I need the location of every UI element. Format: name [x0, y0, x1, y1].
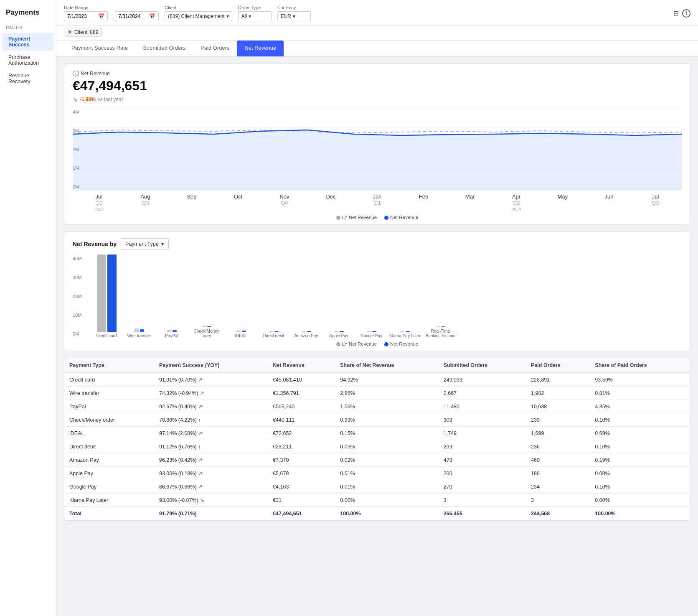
- cell-share: 0.93%: [335, 413, 439, 427]
- order-type-select[interactable]: All ▾: [238, 11, 272, 21]
- metric-info-icon: i: [73, 71, 79, 76]
- bar-group-credit-card: Credit card: [92, 255, 121, 338]
- cell-success: 91.91% (0.70%) ↗: [154, 373, 268, 387]
- bar-current-check: [207, 326, 211, 327]
- currency-group: Currency EUR ▾: [277, 5, 311, 21]
- line-chart-wrapper: 4M 3M 2M 1M 0M: [73, 107, 682, 192]
- total-submitted: 266,455: [439, 507, 526, 520]
- th-share-net-revenue: Share of Net Revenue: [335, 358, 439, 373]
- total-share-paid: 100.00%: [590, 507, 690, 520]
- bar-ly-ideal: [236, 331, 241, 332]
- bar-legend-dot-current: [384, 342, 388, 346]
- legend-current: Net Revenue: [384, 215, 418, 220]
- cell-type: Credit card: [64, 373, 154, 387]
- client-label: Client: [165, 5, 232, 10]
- calendar-icon-2: 📅: [149, 13, 155, 19]
- trend-icon: ↘: [73, 96, 78, 103]
- th-share-paid-orders: Share of Paid Orders: [590, 358, 690, 373]
- currency-label: Currency: [277, 5, 311, 10]
- line-chart-svg: [73, 107, 682, 191]
- bar-label-amazon-pay: Amazon Pay: [294, 333, 318, 338]
- payment-table: Payment Type Payment Success (YOY) Net R…: [64, 358, 690, 520]
- x-label-jan: JanQ1: [367, 193, 388, 212]
- trend-arrow: ↗: [198, 403, 203, 410]
- payment-type-dropdown[interactable]: Payment Type ▾: [121, 238, 169, 249]
- bar-chart-legend: LY Net Revenue Net Revenue: [73, 341, 682, 346]
- info-circle-icon[interactable]: i: [682, 9, 690, 18]
- cell-paid: 3: [526, 494, 590, 507]
- total-type: Total: [64, 507, 154, 520]
- cell-paid: 186: [526, 467, 590, 480]
- bar-ly-apple-pay: [334, 331, 338, 332]
- bar-ly-check: [202, 326, 206, 327]
- cell-success: 78.88% (4.22%) ↑: [154, 413, 268, 427]
- cell-submitted: 259: [439, 440, 526, 453]
- cell-revenue: €440,111: [268, 413, 335, 427]
- filters-bar: Date Range 📅 – 📅 Client (889) Client Man…: [56, 0, 698, 26]
- x-label-aug: AugQ3: [135, 193, 156, 212]
- cell-revenue: €72,652: [268, 427, 335, 440]
- date-from-field[interactable]: [67, 13, 96, 19]
- calendar-icon: 📅: [98, 13, 104, 19]
- x-label-jun: Jun: [599, 193, 619, 212]
- client-select[interactable]: (889) Client Management ▾: [165, 11, 232, 21]
- sidebar-item-payment-success[interactable]: Payment Success: [3, 33, 53, 51]
- bar-label-check: Check/Money order: [190, 329, 223, 338]
- bar-chart-container: 40M 30M 20M 10M 0M Credit c: [73, 255, 682, 338]
- date-range-label: Date Range: [64, 5, 159, 10]
- cell-submitted: 1,749: [439, 427, 526, 440]
- x-label-jul: JulQ32023: [89, 193, 109, 212]
- chart-y-labels: 4M 3M 2M 1M 0M: [73, 107, 89, 192]
- cell-paid: 10,638: [526, 400, 590, 413]
- table-row: Check/Money order 78.88% (4.22%) ↑ €440,…: [64, 413, 690, 427]
- tab-paid-orders[interactable]: Paid Orders: [193, 41, 237, 56]
- date-to-field[interactable]: [118, 13, 147, 19]
- page-content: i Net Revenue €47,494,651 ↘ -1.90% vs la…: [56, 57, 698, 527]
- cell-share: 0.15%: [335, 427, 439, 440]
- bar-ly-google-pay: [367, 331, 371, 332]
- bar-label-apple-pay: Apple Pay: [329, 333, 348, 338]
- bar-ly-klarna: [400, 331, 404, 332]
- trend-arrow: ↑: [198, 417, 201, 423]
- sidebar-item-purchase-authorization[interactable]: Purchase Authorization: [3, 51, 53, 69]
- legend-ly: LY Net Revenue: [336, 215, 377, 220]
- date-from-input[interactable]: 📅: [64, 11, 108, 21]
- bar-section-header: Net Revenue by Payment Type ▾: [73, 238, 682, 249]
- tab-net-revenue[interactable]: Net Revenue: [237, 41, 284, 56]
- metric-info: i Net Revenue: [73, 71, 682, 76]
- x-label-may: May: [552, 193, 573, 212]
- cell-type: Klarna Pay Later: [64, 494, 154, 507]
- cell-revenue: €45,081,410: [268, 373, 335, 387]
- cell-share-paid: 0.19%: [590, 453, 690, 467]
- th-payment-type: Payment Type: [64, 358, 154, 373]
- cell-revenue: €4,163: [268, 480, 335, 494]
- x-label-apr: AprQ22024: [506, 193, 527, 212]
- cell-share: 0.02%: [335, 453, 439, 467]
- cell-share-paid: 4.35%: [590, 400, 690, 413]
- tab-payment-success-rate[interactable]: Payment Success Rate: [64, 41, 135, 56]
- date-to-input[interactable]: 📅: [115, 11, 159, 21]
- bar-group-amazon-pay: Amazon Pay: [292, 331, 321, 338]
- cell-type: iDEAL: [64, 427, 154, 440]
- cell-submitted: 3: [439, 494, 526, 507]
- bar-group-ideal: iDEAL: [226, 331, 256, 338]
- bar-label-ideal: iDEAL: [235, 333, 247, 338]
- bar-ly-credit-card: [97, 255, 106, 332]
- remove-client-filter-button[interactable]: ✕: [68, 29, 72, 35]
- chevron-down-icon-2: ▾: [249, 13, 251, 19]
- table-header-row: Payment Type Payment Success (YOY) Net R…: [64, 358, 690, 373]
- sidebar-item-revenue-recovery[interactable]: Revenue Recovery: [3, 70, 53, 87]
- bar-group-apple-pay: Apple Pay: [324, 331, 353, 338]
- cell-success: 86.67% (0.66%) ↗: [154, 480, 268, 494]
- table-row: Apple Pay 93.00% (0.18%) ↗ €5,679 0.01% …: [64, 467, 690, 480]
- cell-revenue: €503,240: [268, 400, 335, 413]
- chevron-down-icon-3: ▾: [293, 13, 295, 19]
- cell-paid: 460: [526, 453, 590, 467]
- tab-submitted-orders[interactable]: Submitted Orders: [135, 41, 193, 56]
- bar-y-labels: 40M 30M 20M 10M 0M: [73, 255, 89, 338]
- table-row: Google Pay 86.67% (0.66%) ↗ €4,163 0.01%…: [64, 480, 690, 494]
- active-client-tag: ✕ Client: 889: [64, 28, 102, 37]
- filter-icon[interactable]: ⊟: [673, 9, 679, 17]
- cell-revenue: €5,679: [268, 467, 335, 480]
- currency-select[interactable]: EUR ▾: [277, 11, 311, 21]
